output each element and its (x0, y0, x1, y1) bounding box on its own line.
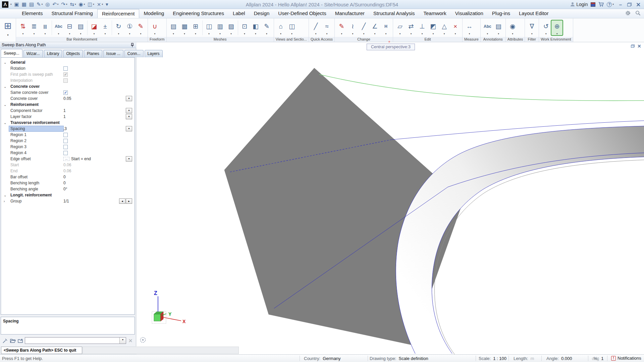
dropdown-icon[interactable]: ▾ (126, 96, 132, 101)
viewport-restore-icon[interactable] (631, 44, 635, 47)
dropdown-icon[interactable]: ▾ (126, 108, 132, 113)
dropdown-icon[interactable]: ▾ (126, 126, 132, 131)
bar-series-icon[interactable]: |||▾ (40, 20, 51, 35)
mesh-edit-icon[interactable]: ◧▾ (250, 20, 261, 35)
stretch-icon[interactable]: ▱▾ (394, 20, 406, 35)
status-field-length[interactable]: Length:m (514, 356, 534, 361)
mesh-dimension-icon[interactable]: ▥▾ (215, 20, 226, 35)
checkbox-region-4[interactable] (63, 151, 68, 155)
dropdown-icon[interactable]: ▾ (126, 156, 132, 162)
road-surface[interactable] (396, 126, 644, 354)
property-value[interactable]: 0.05 (63, 96, 71, 101)
search-icon[interactable] (635, 10, 641, 16)
mesh-area-icon[interactable]: ▦▾ (179, 20, 190, 35)
bar-label-icon[interactable]: Abc▾ (53, 20, 64, 35)
favorite-dropdown-icon[interactable]: ▾ (119, 338, 126, 344)
tab-layers[interactable]: Layers (145, 50, 163, 57)
restore-button[interactable] (627, 3, 632, 6)
menu-item-layout-editor[interactable]: Layout Editor (515, 9, 553, 18)
status-field-[interactable]: %:1 (594, 356, 603, 361)
annotation-doc-icon[interactable]: ▤▾ (493, 20, 504, 35)
menu-item-plug-ins[interactable]: Plug-ins (488, 9, 515, 18)
menu-item-teamwork[interactable]: Teamwork (419, 9, 450, 18)
line-tool-icon[interactable]: ╱▾ (310, 20, 321, 35)
minimize-button[interactable]: – (617, 2, 624, 7)
undo-icon[interactable]: ↶▾ (52, 1, 58, 7)
text-abc-icon[interactable]: Abc▾ (482, 20, 493, 35)
settings-gear-icon[interactable] (625, 10, 631, 16)
section-display-icon[interactable]: ◫▾ (286, 20, 298, 35)
view-generation-icon[interactable]: ⌂▾ (275, 20, 286, 35)
dropdown-icon[interactable]: ▾ (126, 114, 132, 119)
bar-legend-icon[interactable]: ▤▾ (75, 20, 86, 35)
mirror-icon[interactable]: ⇄▾ (406, 20, 417, 35)
status-field-country[interactable]: Country:Germany (304, 356, 341, 361)
favorite-input[interactable] (25, 338, 119, 344)
pipette-icon[interactable] (2, 337, 8, 344)
spline-tool-icon[interactable]: ≈▾ (321, 20, 332, 35)
toolbar-options-icon[interactable]: ▾ (106, 1, 108, 7)
trim-icon[interactable]: ≀▾ (347, 20, 358, 35)
allplan-logo[interactable]: Λ (2, 1, 8, 8)
property-value[interactable]: 1 (63, 114, 66, 119)
next-group-button[interactable]: ▸ (126, 198, 132, 204)
modify-pen-icon[interactable]: ✎▾ (336, 20, 347, 35)
login-button[interactable]: Login (570, 2, 588, 7)
tab-issue[interactable]: Issue ... (103, 50, 123, 57)
menu-item-label[interactable]: Label (228, 9, 250, 18)
circular-placement-icon[interactable]: ↻▾ (113, 20, 124, 35)
menu-item-modeling[interactable]: Modeling (139, 9, 168, 18)
triangulate-icon[interactable]: △▾ (439, 20, 450, 35)
menu-item-structural-analysis[interactable]: Structural Analysis (369, 9, 419, 18)
property-value[interactable]: 0 (63, 181, 66, 185)
property-value[interactable]: 1/1 (63, 199, 69, 203)
pin-icon[interactable] (130, 43, 134, 47)
status-field-drawing-type[interactable]: Drawing type:Scale definition (370, 356, 428, 361)
bar-numbering-icon[interactable]: ①▾ (124, 20, 135, 35)
mesh-legend-icon[interactable]: ▨▾ (226, 20, 237, 35)
menu-item-user-defined-objects[interactable]: User-Defined Objects (274, 9, 330, 18)
shop-cart-icon[interactable] (598, 2, 604, 7)
mesh-single-icon[interactable]: ⊞▾ (190, 20, 201, 35)
menu-item-engineering-structures[interactable]: Engineering Structures (168, 9, 228, 18)
tab-sweep[interactable]: Sweep... (1, 49, 22, 57)
open-hub-icon[interactable]: ▣ (14, 1, 19, 7)
bar-bending-icon[interactable]: ≣▾ (29, 20, 40, 35)
close-button[interactable]: ⨯ (635, 1, 642, 8)
content-store-icon[interactable] (591, 2, 595, 7)
tab-library[interactable]: Library (44, 50, 62, 57)
mesh-cut-icon[interactable]: ⊡▾ (239, 20, 250, 35)
placement-plus-minus-icon[interactable]: ±▾ (100, 20, 111, 35)
straight-bar-icon[interactable]: ⇅▾ (17, 20, 29, 35)
modify-placement-icon[interactable]: ✎▾ (135, 20, 146, 35)
offset-icon[interactable]: ◩▾ (428, 20, 439, 35)
freeform-bar-icon[interactable]: ∪▾ (149, 20, 160, 35)
property-value[interactable]: 1 (63, 108, 66, 113)
palette-title[interactable]: Sweep Bars Along Path (0, 42, 136, 48)
window-layout-icon[interactable]: ◫▾ (88, 1, 94, 7)
status-field-angle[interactable]: Angle:0.000deg (546, 356, 599, 361)
menu-item-elements[interactable]: Elements (17, 9, 47, 18)
angle-icon[interactable]: ∠▾ (369, 20, 380, 35)
view-mode-icon[interactable]: ◉▾ (79, 1, 85, 7)
property-value[interactable]: Start = end (71, 157, 91, 161)
checkbox-rotation[interactable] (63, 66, 68, 71)
collapse-icon[interactable]: ⌄ (1, 103, 9, 107)
palettes-icon[interactable]: ▦ (22, 1, 26, 7)
property-value[interactable]: 0° (63, 187, 67, 191)
tab-conn[interactable]: Conn... (124, 50, 144, 57)
collapse-icon[interactable]: ⌄ (1, 193, 9, 197)
document-edit-icon[interactable]: ✎▾ (37, 1, 43, 7)
collapse-icon[interactable]: ⌄ (1, 61, 9, 64)
attributes-icon[interactable]: ◉▾ (507, 20, 518, 35)
measure-icon[interactable]: ↔▾ (464, 20, 475, 35)
mesh-placement-icon[interactable]: ▤▾ (168, 20, 179, 35)
checkbox-same-concrete-cover[interactable]: ✓ (63, 90, 68, 95)
notifications-button[interactable]: ! Notifications (611, 356, 641, 361)
menu-item-visualization[interactable]: Visualization (451, 9, 488, 18)
delete-icon[interactable]: ×▾ (450, 20, 461, 35)
save-favorite-icon[interactable] (17, 337, 24, 344)
expand-icon[interactable]: › (1, 199, 9, 203)
bar-dimension-icon[interactable]: ⊟▾ (64, 20, 75, 35)
split-icon[interactable]: ╱▾ (358, 20, 369, 35)
